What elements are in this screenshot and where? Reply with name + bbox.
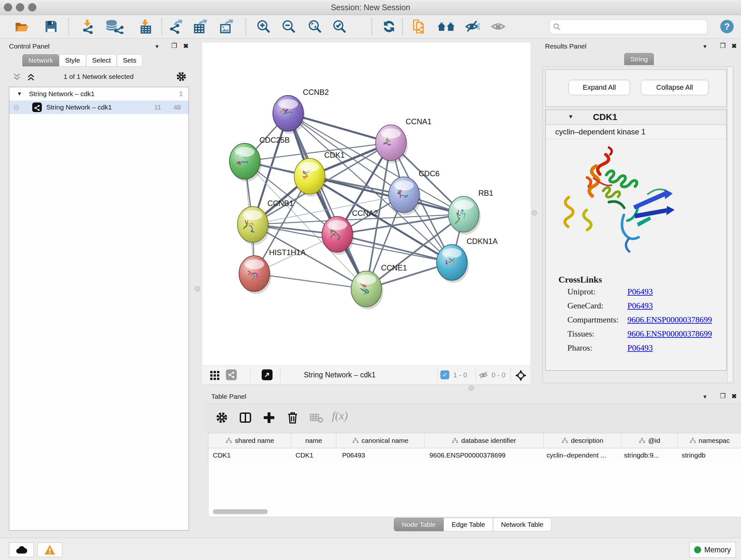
node-label-HIST1H1A: HIST1H1A [269,248,306,257]
import-network-file-icon[interactable] [80,19,95,34]
network-node-CCNB1[interactable] [238,206,270,245]
table-hscrollbar-thumb[interactable] [213,509,268,514]
cloud-button[interactable] [9,543,34,557]
control-panel-close-icon[interactable]: ✖ [183,42,189,50]
table-row[interactable]: CDK1CDK1P064939606.ENSP00000378699cyclin… [208,448,741,462]
results-panel-maximize-icon[interactable]: ❐ [720,42,726,50]
column-header-canonical-name[interactable]: canonical name [336,433,424,448]
control-panel-float-icon[interactable]: ▾ [155,43,158,50]
network-bar-separator [511,368,511,382]
crosslink-value-link[interactable]: P06493 [627,287,653,297]
crosslink-value-link[interactable]: 9606.ENSP00000378699 [627,315,712,325]
column-header-description[interactable]: description [544,433,621,448]
zoom-selected-icon[interactable] [332,19,347,34]
network-collection-row[interactable]: ▼ String Network – cdk1 1 [9,87,189,101]
refresh-icon[interactable] [382,19,396,34]
collection-expand-icon[interactable]: ▼ [17,87,22,101]
results-panel-close-icon[interactable]: ✖ [731,42,737,50]
grid-view-icon[interactable] [209,370,220,381]
network-node-CCNA1[interactable] [376,125,408,163]
network-canvas[interactable]: CCNB2CCNA1CDC25BCDK1CDC6RB1CCNB1CCNA2CDK… [202,43,530,366]
tab-network[interactable]: Network [22,54,59,66]
control-panel-maximize-icon[interactable]: ❐ [172,42,177,50]
tab-sets[interactable]: Sets [117,54,142,66]
export-network-icon[interactable] [169,19,183,34]
network-node-CCNA2[interactable] [322,216,354,255]
table-cell[interactable]: 9606.ENSP00000378699 [425,448,542,462]
table-cell[interactable]: stringdb:9... [620,448,677,462]
clone-network-icon[interactable] [412,19,426,34]
network-view-icon[interactable] [226,369,237,380]
show-all-icon[interactable] [491,19,506,34]
table-panel-float-icon[interactable]: ▾ [703,393,706,400]
expand-all-button[interactable]: Expand All [569,80,630,95]
memory-button[interactable]: Memory [689,542,736,558]
import-table-file-icon[interactable] [138,19,153,34]
tab-node-table[interactable]: Node Table [394,518,444,531]
export-table-icon[interactable] [193,19,208,34]
save-session-icon[interactable] [44,19,58,34]
collapse-all-button[interactable]: Collapse All [641,80,709,95]
first-neighbors-icon[interactable] [437,19,455,34]
open-session-icon[interactable] [14,19,29,34]
import-network-database-icon[interactable] [105,19,124,34]
add-column-icon[interactable] [262,411,276,424]
detach-view-icon[interactable] [262,369,273,380]
column-header-database-identifier[interactable]: database identifier [424,433,544,448]
column-header--id[interactable]: @id [621,433,678,448]
help-icon[interactable]: ? [720,19,734,34]
table-cell[interactable]: CDK1 [291,448,338,462]
selected-nodes-checkbox[interactable]: ✓ [441,370,449,379]
crosslink-value-link[interactable]: 9606.ENSP00000378699 [627,329,712,339]
network-node-HIST1H1A[interactable] [239,256,271,294]
cdk1-section-header[interactable]: ▼ CDK1 [546,110,726,125]
search-icon [553,23,561,31]
export-image-icon[interactable] [219,19,234,34]
table-hscrollbar[interactable] [208,509,741,515]
table-panel-close-icon[interactable]: ✖ [731,392,737,400]
zoom-fit-icon[interactable] [308,19,322,34]
table-cell[interactable]: stringdb [677,448,741,462]
network-node-RB1[interactable] [448,196,481,235]
results-scrollbar[interactable] [727,67,733,381]
table-options-gear-icon[interactable] [215,411,228,424]
tab-edge-table[interactable]: Edge Table [444,518,493,531]
table-cell[interactable]: cyclin–dependent ... [542,448,619,462]
network-options-gear-icon[interactable] [176,71,187,82]
cdk1-collapse-icon[interactable]: ▼ [568,114,574,120]
birds-eye-view-icon[interactable] [515,369,527,382]
column-header-name[interactable]: name [291,433,336,448]
right-splitter-handle[interactable] [532,210,537,215]
network-node-CCNB2[interactable] [273,96,305,134]
crosslink-value-link[interactable]: P06493 [627,301,653,311]
column-header-label: database identifier [461,437,516,444]
table-panel-maximize-icon[interactable]: ❐ [720,392,726,400]
zoom-in-icon[interactable] [256,19,271,34]
show-columns-icon[interactable] [239,411,252,424]
table-cell[interactable]: P06493 [338,448,425,462]
left-splitter-handle[interactable] [195,286,200,292]
table-cell[interactable]: CDK1 [208,448,291,462]
hide-selected-icon[interactable] [465,19,480,34]
network-node-CDC25B[interactable] [229,143,262,182]
column-header-shared-name[interactable]: shared name [208,433,291,448]
network-node-CDKN1A[interactable] [436,245,469,283]
search-input[interactable] [549,19,708,34]
tab-network-table[interactable]: Network Table [493,518,551,531]
delete-column-trash-icon[interactable] [286,411,299,424]
cdk1-section: ▼ CDK1 cyclin–dependent kinase 1 [545,110,727,371]
column-header-namespac[interactable]: namespac [678,433,741,448]
network-node-CCNE1[interactable] [351,271,383,309]
tab-select[interactable]: Select [86,54,117,66]
network-row[interactable]: String Network – cdk1 11 48 [9,101,189,114]
network-graph[interactable]: CCNB2CCNA1CDC25BCDK1CDC6RB1CCNB1CCNA2CDK… [202,43,530,366]
warnings-button[interactable] [37,543,62,557]
zoom-out-icon[interactable] [281,19,296,34]
network-node-CDK1[interactable] [294,159,327,197]
crosslink-value-link[interactable]: P06493 [627,343,653,353]
tab-style[interactable]: Style [59,54,86,66]
results-panel-float-icon[interactable]: ▾ [703,43,706,50]
tab-string[interactable]: String [624,53,654,65]
network-edge-count: 48 [174,101,181,114]
network-view-title: String Network – cdk1 [304,371,376,379]
